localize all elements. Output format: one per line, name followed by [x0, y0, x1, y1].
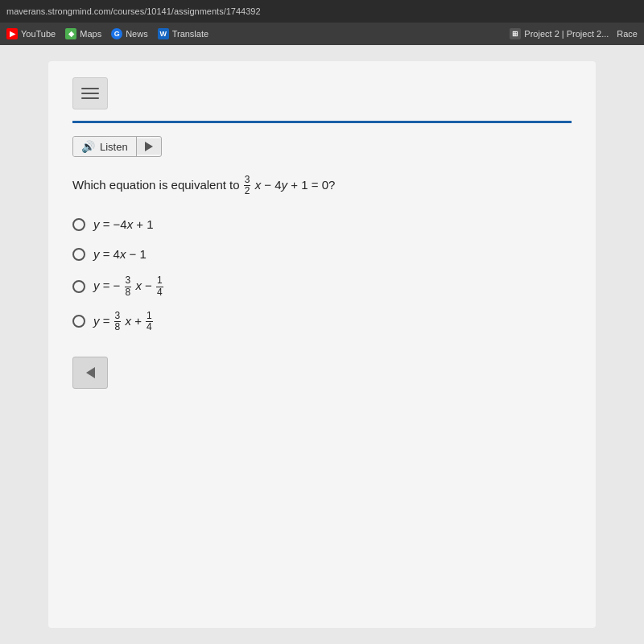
hamburger-menu-button[interactable]	[72, 77, 108, 109]
back-arrow-icon	[86, 367, 95, 378]
frac-c-num: 3	[125, 275, 132, 287]
frac-numerator: 3	[244, 175, 251, 186]
main-content: 🔊 Listen Which equation is equivalent to…	[0, 45, 644, 644]
question-fraction: 3 2	[243, 178, 255, 192]
section-divider	[72, 121, 572, 123]
question-prefix: Which equation is equivalent to	[72, 178, 243, 192]
youtube-icon: ▶	[6, 28, 18, 39]
tab-race[interactable]: Race	[617, 29, 638, 39]
radio-a[interactable]	[72, 218, 85, 231]
play-triangle-icon	[145, 142, 153, 151]
bookmark-translate-label: Translate	[172, 29, 208, 39]
tab-project[interactable]: ⊞ Project 2 | Project 2...	[510, 28, 609, 39]
frac-d2-den: 4	[146, 322, 153, 332]
listen-button[interactable]: 🔊 Listen	[72, 136, 162, 157]
listen-label: Listen	[100, 141, 128, 153]
option-d[interactable]: y = 3 8 x + 1 4	[72, 311, 572, 332]
frac-d-den: 8	[114, 322, 122, 332]
option-b-label: y = 4x − 1	[93, 246, 147, 262]
frac-3-8-c: 3 8	[125, 275, 132, 297]
hamburger-line-2	[81, 93, 99, 94]
bookmark-youtube-label: YouTube	[21, 29, 56, 39]
radio-b[interactable]	[72, 248, 85, 261]
page-container: 🔊 Listen Which equation is equivalent to…	[48, 61, 596, 628]
listen-left-section: 🔊 Listen	[73, 137, 137, 156]
radio-c[interactable]	[72, 280, 85, 293]
radio-d[interactable]	[72, 315, 85, 328]
bookmark-maps[interactable]: ◆ Maps	[65, 28, 101, 39]
frac-d-num: 3	[114, 311, 122, 322]
option-a[interactable]: y = −4x + 1	[72, 216, 572, 233]
play-button[interactable]	[137, 138, 161, 155]
tab-project-label: Project 2 | Project 2...	[524, 29, 609, 39]
option-b[interactable]: y = 4x − 1	[72, 246, 572, 262]
bookmark-news[interactable]: G News	[111, 28, 148, 39]
speaker-icon: 🔊	[81, 140, 95, 153]
option-d-label: y = 3 8 x + 1 4	[93, 311, 154, 332]
translate-icon: W	[158, 28, 169, 39]
option-a-label: y = −4x + 1	[93, 216, 154, 233]
browser-address-bar: maverans.strongmind.com/courses/10141/as…	[0, 0, 644, 23]
frac-denominator: 2	[244, 186, 251, 196]
listen-bar: 🔊 Listen	[72, 136, 572, 157]
fraction-3-2: 3 2	[244, 175, 251, 196]
bookmark-news-label: News	[126, 29, 148, 39]
frac-c-den: 8	[125, 287, 132, 298]
bookmark-maps-label: Maps	[80, 29, 101, 39]
frac-1-4-c: 1 4	[156, 275, 163, 297]
project-icon: ⊞	[510, 28, 521, 39]
frac-c2-den: 4	[156, 287, 163, 298]
news-icon: G	[111, 28, 122, 39]
hamburger-line-1	[81, 88, 99, 89]
tab-race-label: Race	[617, 29, 638, 39]
frac-3-8-d: 3 8	[114, 311, 122, 332]
url-text[interactable]: maverans.strongmind.com/courses/10141/as…	[6, 6, 638, 16]
bookmarks-bar: ▶ YouTube ◆ Maps G News W Translate ⊞ Pr…	[0, 23, 644, 45]
question-text: Which equation is equivalent to 3 2 x − …	[72, 175, 572, 196]
bookmark-translate[interactable]: W Translate	[158, 28, 208, 39]
answer-options: y = −4x + 1 y = 4x − 1 y = − 3 8	[72, 216, 572, 332]
back-button[interactable]	[72, 357, 108, 389]
bookmark-youtube[interactable]: ▶ YouTube	[6, 28, 56, 39]
question-equation: x − 4y + 1 = 0?	[255, 178, 336, 192]
option-c[interactable]: y = − 3 8 x − 1 4	[72, 275, 572, 297]
maps-icon: ◆	[65, 28, 76, 39]
hamburger-line-3	[81, 97, 99, 99]
bookmarks-right: ⊞ Project 2 | Project 2... Race	[510, 28, 638, 39]
frac-c2-num: 1	[156, 275, 163, 287]
frac-1-4-d: 1 4	[146, 311, 153, 332]
option-c-label: y = − 3 8 x − 1 4	[93, 275, 164, 297]
frac-d2-num: 1	[146, 311, 153, 322]
